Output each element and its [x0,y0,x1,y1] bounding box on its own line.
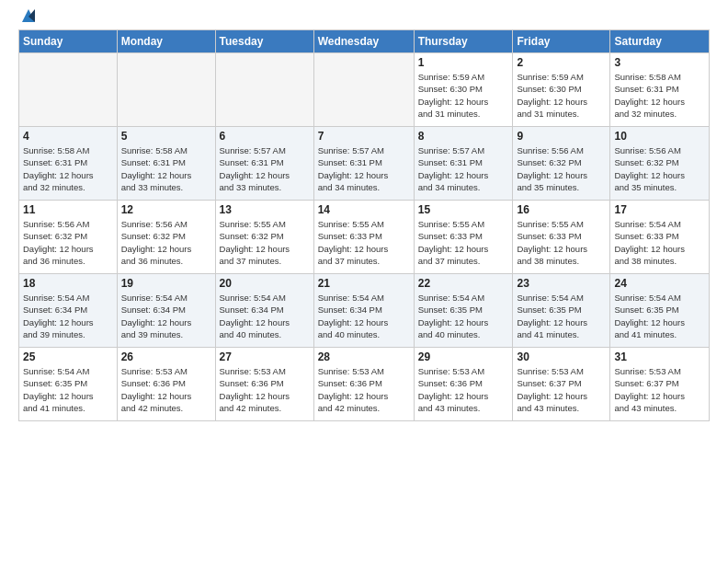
calendar-day-cell: 12Sunrise: 5:56 AM Sunset: 6:32 PM Dayli… [117,201,215,274]
calendar-day-cell: 2Sunrise: 5:59 AM Sunset: 6:30 PM Daylig… [513,53,610,127]
calendar-day-cell: 21Sunrise: 5:54 AM Sunset: 6:34 PM Dayli… [313,274,414,348]
day-info: Sunrise: 5:54 AM Sunset: 6:35 PM Dayligh… [517,292,606,340]
weekday-header-tuesday: Tuesday [215,30,313,53]
day-info: Sunrise: 5:56 AM Sunset: 6:32 PM Dayligh… [517,144,606,193]
calendar-day-cell [117,53,215,127]
calendar-day-cell: 23Sunrise: 5:54 AM Sunset: 6:35 PM Dayli… [513,274,610,348]
weekday-header-wednesday: Wednesday [313,30,414,53]
calendar-day-cell: 5Sunrise: 5:58 AM Sunset: 6:31 PM Daylig… [117,127,215,201]
day-number: 18 [23,277,113,290]
calendar-day-cell: 29Sunrise: 5:53 AM Sunset: 6:36 PM Dayli… [414,348,513,421]
day-info: Sunrise: 5:54 AM Sunset: 6:35 PM Dayligh… [418,292,509,340]
day-number: 19 [121,277,211,290]
day-number: 27 [220,350,310,363]
calendar-day-cell: 30Sunrise: 5:53 AM Sunset: 6:37 PM Dayli… [513,348,610,421]
calendar-day-cell: 1Sunrise: 5:59 AM Sunset: 6:30 PM Daylig… [414,53,513,127]
calendar-day-cell: 19Sunrise: 5:54 AM Sunset: 6:34 PM Dayli… [117,274,215,348]
day-number: 20 [220,277,310,290]
day-info: Sunrise: 5:55 AM Sunset: 6:32 PM Dayligh… [220,218,310,267]
calendar-day-cell: 17Sunrise: 5:54 AM Sunset: 6:33 PM Dayli… [610,201,710,274]
weekday-header-thursday: Thursday [414,30,513,53]
day-number: 24 [614,277,705,290]
day-number: 29 [418,350,509,363]
day-number: 5 [121,130,211,143]
day-info: Sunrise: 5:53 AM Sunset: 6:37 PM Dayligh… [517,365,606,414]
day-info: Sunrise: 5:54 AM Sunset: 6:35 PM Dayligh… [23,365,113,414]
day-number: 26 [121,350,211,363]
day-info: Sunrise: 5:58 AM Sunset: 6:31 PM Dayligh… [121,144,211,193]
day-number: 2 [517,56,606,69]
calendar-week-row: 18Sunrise: 5:54 AM Sunset: 6:34 PM Dayli… [19,274,710,348]
calendar-week-row: 25Sunrise: 5:54 AM Sunset: 6:35 PM Dayli… [19,348,710,421]
calendar-day-cell: 31Sunrise: 5:53 AM Sunset: 6:37 PM Dayli… [610,348,710,421]
day-info: Sunrise: 5:54 AM Sunset: 6:35 PM Dayligh… [614,292,705,340]
day-number: 8 [418,130,509,143]
calendar-day-cell: 22Sunrise: 5:54 AM Sunset: 6:35 PM Dayli… [414,274,513,348]
calendar-day-cell: 14Sunrise: 5:55 AM Sunset: 6:33 PM Dayli… [313,201,414,274]
weekday-header-row: SundayMondayTuesdayWednesdayThursdayFrid… [19,30,710,53]
day-number: 3 [614,56,705,69]
logo [18,17,37,20]
day-number: 30 [517,350,606,363]
day-info: Sunrise: 5:58 AM Sunset: 6:31 PM Dayligh… [23,144,113,193]
day-number: 17 [614,203,705,216]
calendar-day-cell: 13Sunrise: 5:55 AM Sunset: 6:32 PM Dayli… [215,201,313,274]
day-number: 31 [614,350,705,363]
day-info: Sunrise: 5:55 AM Sunset: 6:33 PM Dayligh… [517,218,606,267]
calendar-day-cell [19,53,118,127]
calendar-day-cell [313,53,414,127]
calendar-day-cell [215,53,313,127]
day-info: Sunrise: 5:53 AM Sunset: 6:36 PM Dayligh… [318,365,410,414]
day-info: Sunrise: 5:56 AM Sunset: 6:32 PM Dayligh… [614,144,705,193]
calendar-day-cell: 26Sunrise: 5:53 AM Sunset: 6:36 PM Dayli… [117,348,215,421]
day-number: 25 [23,350,113,363]
calendar-day-cell: 20Sunrise: 5:54 AM Sunset: 6:34 PM Dayli… [215,274,313,348]
day-number: 22 [418,277,509,290]
calendar-week-row: 11Sunrise: 5:56 AM Sunset: 6:32 PM Dayli… [19,201,710,274]
calendar-week-row: 4Sunrise: 5:58 AM Sunset: 6:31 PM Daylig… [19,127,710,201]
day-info: Sunrise: 5:53 AM Sunset: 6:36 PM Dayligh… [220,365,310,414]
day-number: 14 [318,203,410,216]
calendar-day-cell: 24Sunrise: 5:54 AM Sunset: 6:35 PM Dayli… [610,274,710,348]
weekday-header-monday: Monday [117,30,215,53]
day-info: Sunrise: 5:53 AM Sunset: 6:36 PM Dayligh… [418,365,509,414]
day-number: 28 [318,350,410,363]
calendar-day-cell: 9Sunrise: 5:56 AM Sunset: 6:32 PM Daylig… [513,127,610,201]
day-number: 6 [220,130,310,143]
weekday-header-saturday: Saturday [610,30,710,53]
day-number: 23 [517,277,606,290]
day-info: Sunrise: 5:54 AM Sunset: 6:33 PM Dayligh… [614,218,705,267]
day-number: 7 [318,130,410,143]
day-info: Sunrise: 5:53 AM Sunset: 6:36 PM Dayligh… [121,365,211,414]
day-number: 9 [517,130,606,143]
day-number: 16 [517,203,606,216]
day-number: 13 [220,203,310,216]
day-number: 15 [418,203,509,216]
day-number: 1 [418,56,509,69]
calendar-day-cell: 10Sunrise: 5:56 AM Sunset: 6:32 PM Dayli… [610,127,710,201]
calendar-day-cell: 28Sunrise: 5:53 AM Sunset: 6:36 PM Dayli… [313,348,414,421]
calendar-day-cell: 27Sunrise: 5:53 AM Sunset: 6:36 PM Dayli… [215,348,313,421]
day-info: Sunrise: 5:54 AM Sunset: 6:34 PM Dayligh… [23,292,113,340]
day-number: 4 [23,130,113,143]
day-info: Sunrise: 5:56 AM Sunset: 6:32 PM Dayligh… [121,218,211,267]
day-info: Sunrise: 5:54 AM Sunset: 6:34 PM Dayligh… [318,292,410,340]
day-info: Sunrise: 5:57 AM Sunset: 6:31 PM Dayligh… [220,144,310,193]
calendar-day-cell: 4Sunrise: 5:58 AM Sunset: 6:31 PM Daylig… [19,127,118,201]
calendar-week-row: 1Sunrise: 5:59 AM Sunset: 6:30 PM Daylig… [19,53,710,127]
day-info: Sunrise: 5:59 AM Sunset: 6:30 PM Dayligh… [517,71,606,120]
calendar-day-cell: 18Sunrise: 5:54 AM Sunset: 6:34 PM Dayli… [19,274,118,348]
day-info: Sunrise: 5:57 AM Sunset: 6:31 PM Dayligh… [418,144,509,193]
day-number: 11 [23,203,113,216]
calendar-table: SundayMondayTuesdayWednesdayThursdayFrid… [18,29,710,421]
calendar-day-cell: 25Sunrise: 5:54 AM Sunset: 6:35 PM Dayli… [19,348,118,421]
day-info: Sunrise: 5:55 AM Sunset: 6:33 PM Dayligh… [318,218,410,267]
day-info: Sunrise: 5:54 AM Sunset: 6:34 PM Dayligh… [121,292,211,340]
calendar-day-cell: 16Sunrise: 5:55 AM Sunset: 6:33 PM Dayli… [513,201,610,274]
calendar-day-cell: 8Sunrise: 5:57 AM Sunset: 6:31 PM Daylig… [414,127,513,201]
calendar-day-cell: 3Sunrise: 5:58 AM Sunset: 6:31 PM Daylig… [610,53,710,127]
day-number: 10 [614,130,705,143]
day-info: Sunrise: 5:55 AM Sunset: 6:33 PM Dayligh… [418,218,509,267]
calendar-day-cell: 15Sunrise: 5:55 AM Sunset: 6:33 PM Dayli… [414,201,513,274]
day-info: Sunrise: 5:58 AM Sunset: 6:31 PM Dayligh… [614,71,705,120]
